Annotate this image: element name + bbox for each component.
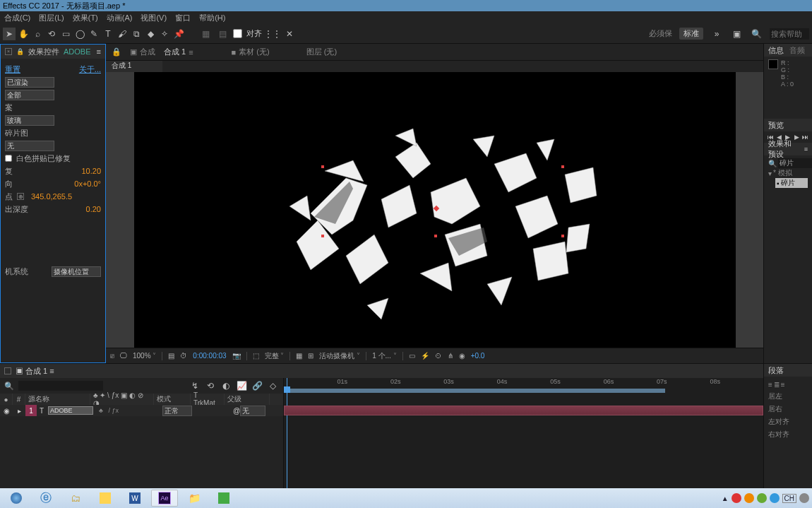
menu-view[interactable]: 视图(V) — [141, 11, 167, 24]
menu-animation[interactable]: 动画(A) — [107, 11, 133, 24]
type-tool-icon[interactable]: T — [102, 28, 114, 40]
app-icon[interactable] — [210, 490, 237, 507]
view-select[interactable]: 已渲染 — [5, 77, 54, 88]
comp-breadcrumb[interactable]: 合成 1 — [106, 61, 162, 72]
tray-icon[interactable] — [744, 493, 754, 503]
monitor-icon[interactable]: 🖵 — [120, 352, 127, 360]
white-tile-checkbox[interactable] — [5, 155, 12, 162]
comp-active-tab[interactable]: 合成 1≡ — [164, 47, 193, 57]
pattern-select[interactable]: 玻璃 — [5, 115, 54, 126]
menu-window[interactable]: 窗口 — [175, 11, 191, 24]
camera-dropdown[interactable]: 活动摄像机 — [319, 351, 360, 361]
tray-icon[interactable] — [799, 493, 809, 503]
folder-icon[interactable]: 📁 — [181, 490, 208, 507]
panel-close-icon[interactable]: × — [5, 48, 12, 55]
panel-close-icon[interactable] — [4, 367, 11, 374]
timeline-icon[interactable]: ⏲ — [435, 352, 442, 360]
layer-name[interactable]: ADOBE — [48, 406, 93, 415]
repeat-value[interactable]: 10.20 — [81, 167, 101, 175]
footage-tab[interactable]: ■素材 (无) — [232, 47, 270, 57]
panel-menu-icon[interactable]: ≡ — [804, 146, 808, 153]
region-icon[interactable]: ⬚ — [253, 352, 259, 360]
align-center-icon[interactable]: ≣ — [774, 381, 780, 389]
notes-icon[interactable] — [92, 490, 119, 507]
layer-tab[interactable]: 图层 (无) — [306, 47, 337, 57]
snap-more-icon[interactable]: ✕ — [283, 28, 296, 40]
brush-tool-icon[interactable]: 🖌 — [116, 28, 129, 40]
selection-tool-icon[interactable]: ➤ — [3, 28, 16, 40]
align-right-icon[interactable]: ≡ — [781, 381, 785, 389]
work-area-bar[interactable] — [284, 389, 665, 393]
clone-tool-icon[interactable]: ⧉ — [130, 28, 143, 40]
parent-select[interactable]: 无 — [240, 406, 265, 416]
composition-preview[interactable] — [134, 72, 736, 348]
para-opt[interactable]: 居右 — [768, 404, 808, 414]
project-tab[interactable]: 🔒 — [112, 47, 121, 57]
menu-help[interactable]: 帮助(H) — [199, 11, 225, 24]
start-button[interactable] — [3, 490, 30, 507]
shape-mode-icon[interactable]: ▤ — [216, 28, 229, 40]
info-tab[interactable]: 信息 — [768, 45, 784, 56]
timeline-ruler[interactable]: 01s 02s 03s 04s 05s 06s 07s 08s ▬ ▲ — [284, 378, 763, 504]
para-opt[interactable]: 左对齐 — [768, 417, 808, 427]
tray-icon[interactable] — [770, 493, 780, 503]
pickwhip-icon[interactable]: @ — [233, 407, 240, 415]
eraser-tool-icon[interactable]: ◆ — [144, 28, 157, 40]
col-source[interactable]: 源名称 — [25, 394, 90, 405]
tree-category[interactable]: ▾* 模拟 — [768, 168, 808, 178]
col-parent[interactable]: 父级 — [225, 394, 270, 405]
word-icon[interactable]: W — [121, 490, 148, 507]
timeline-search-input[interactable] — [18, 381, 103, 391]
last-frame-icon[interactable]: ⏭ — [802, 133, 809, 141]
origin-target-icon[interactable]: ⊕ — [17, 193, 24, 200]
effects-search-input[interactable] — [778, 158, 812, 168]
menu-layer[interactable]: 图层(L) — [39, 11, 64, 24]
timecode-icon[interactable]: ⏱ — [180, 352, 187, 360]
tl-snap-icon[interactable]: 🔗 — [251, 379, 263, 392]
exposure-value[interactable]: +0.0 — [471, 352, 485, 360]
layer-duration-bar[interactable] — [284, 406, 763, 415]
snap-checkbox[interactable] — [233, 29, 242, 38]
resolution-dropdown[interactable]: 完整 — [265, 351, 285, 361]
tray-icon[interactable] — [732, 493, 741, 503]
current-time[interactable]: 0:00:00:03 — [193, 352, 226, 360]
tray-icon[interactable] — [757, 493, 767, 503]
visibility-icon[interactable]: ◉ — [4, 407, 10, 415]
tile-select[interactable]: 无 — [5, 141, 54, 151]
tray-expand-icon[interactable]: ▲ — [722, 495, 729, 502]
blend-mode-select[interactable]: 正常 — [162, 406, 192, 416]
preview-tab[interactable]: 预览 — [768, 120, 784, 131]
guides-icon[interactable]: ⊞ — [308, 352, 314, 360]
ie-icon[interactable]: ⓔ — [32, 490, 59, 507]
always-preview-icon[interactable]: ⎚ — [110, 352, 114, 360]
menu-composition[interactable]: 合成(C) — [4, 11, 30, 24]
snap-opts-icon[interactable]: ⋮⋮ — [266, 28, 279, 40]
orbit-tool-icon[interactable]: ⟲ — [45, 28, 58, 40]
mask-mode-icon[interactable]: ▦ — [199, 28, 212, 40]
tl-shy-icon[interactable]: ↯ — [189, 379, 201, 392]
explorer-icon[interactable]: 🗂 — [62, 490, 89, 507]
pen-tool-icon[interactable]: ✎ — [88, 28, 100, 40]
workspace-reset-icon[interactable]: » — [710, 28, 723, 40]
tl-blur-icon[interactable]: ◐ — [220, 379, 232, 392]
puppet-tool-icon[interactable]: 📌 — [172, 28, 185, 40]
grid-icon[interactable]: ▦ — [296, 352, 302, 360]
direction-value[interactable]: 0x+0.0° — [74, 179, 101, 188]
origin-value[interactable]: 345.0,265.5 — [31, 192, 72, 201]
view-count-dropdown[interactable]: 1 个... — [372, 351, 396, 361]
align-left-icon[interactable]: ≡ — [768, 381, 772, 389]
roto-tool-icon[interactable]: ✧ — [158, 28, 171, 40]
effect-controls-tab[interactable]: 效果控件 — [28, 47, 59, 57]
timeline-layer-row[interactable]: ◉ ▸ 1 T ADOBE ♣ / ƒx 正常 @无 — [0, 405, 283, 416]
para-opt[interactable]: 右对齐 — [768, 430, 808, 439]
fast-preview-icon[interactable]: ⚡ — [421, 352, 429, 360]
lock-icon[interactable]: 🔒 — [16, 48, 24, 55]
zoom-tool-icon[interactable]: ⌕ — [31, 28, 44, 40]
col-mode[interactable]: 模式 — [154, 394, 191, 405]
col-trkmat[interactable]: T TrkMat — [191, 394, 225, 405]
tl-graph-icon[interactable]: 📈 — [235, 379, 248, 392]
tree-item-shatter[interactable]: ▪碎片 — [775, 178, 808, 188]
menu-effect[interactable]: 效果(T) — [73, 11, 98, 24]
depth-value[interactable]: 0.20 — [86, 205, 101, 213]
effect-reset-link[interactable]: 重置 — [5, 64, 20, 75]
